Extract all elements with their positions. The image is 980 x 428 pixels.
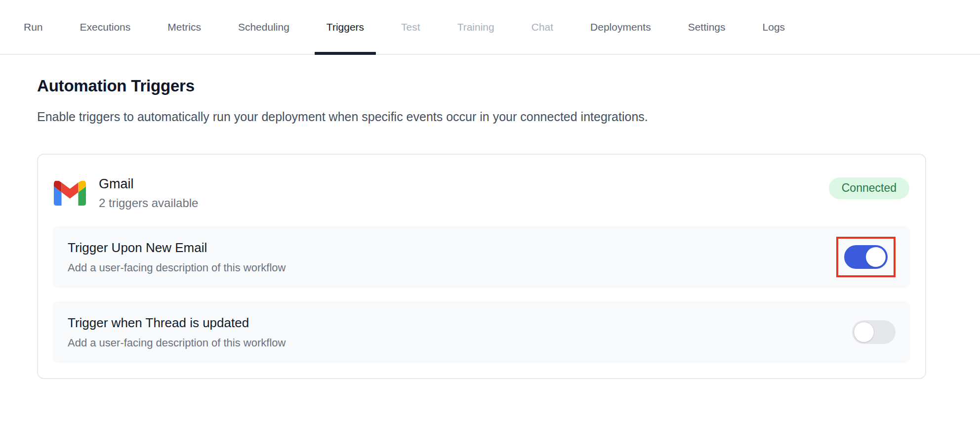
integration-name: Gmail — [99, 176, 198, 192]
tab-test[interactable]: Test — [401, 0, 420, 54]
trigger-text: Trigger Upon New Email Add a user-facing… — [68, 240, 286, 274]
tab-scheduling[interactable]: Scheduling — [238, 0, 289, 54]
trigger-toggle-new-email[interactable] — [844, 245, 888, 269]
trigger-description: Add a user-facing description of this wo… — [68, 337, 286, 349]
tab-triggers[interactable]: Triggers — [327, 0, 364, 54]
trigger-row-thread-updated: Trigger when Thread is updated Add a use… — [53, 301, 910, 363]
toggle-knob — [854, 322, 874, 342]
main-content: Automation Triggers Enable triggers to a… — [0, 77, 980, 379]
annotation-highlight — [836, 237, 896, 277]
tab-metrics[interactable]: Metrics — [167, 0, 201, 54]
integration-subtitle: 2 triggers available — [99, 196, 198, 210]
trigger-row-new-email: Trigger Upon New Email Add a user-facing… — [53, 226, 910, 288]
toggle-knob — [866, 247, 886, 267]
trigger-title: Trigger Upon New Email — [68, 240, 286, 256]
integration-header: Gmail 2 triggers available — [54, 176, 198, 210]
gmail-icon — [54, 181, 86, 206]
triggers-page: RunExecutionsMetricsSchedulingTriggersTe… — [0, 0, 980, 428]
page-description: Enable triggers to automatically run you… — [37, 108, 943, 125]
trigger-text: Trigger when Thread is updated Add a use… — [68, 315, 286, 349]
trigger-toggle-thread-updated[interactable] — [852, 320, 896, 344]
tab-training[interactable]: Training — [457, 0, 494, 54]
tab-settings[interactable]: Settings — [688, 0, 726, 54]
page-title: Automation Triggers — [37, 77, 943, 95]
integration-card-header: Gmail 2 triggers available Connected — [53, 170, 910, 213]
tab-executions[interactable]: Executions — [80, 0, 131, 54]
tab-deployments[interactable]: Deployments — [590, 0, 651, 54]
integration-text: Gmail 2 triggers available — [99, 176, 198, 210]
tab-run[interactable]: Run — [24, 0, 43, 54]
tab-bar: RunExecutionsMetricsSchedulingTriggersTe… — [0, 0, 980, 55]
status-badge: Connected — [829, 177, 909, 199]
tab-chat[interactable]: Chat — [531, 0, 553, 54]
trigger-title: Trigger when Thread is updated — [68, 315, 286, 331]
integration-card: Gmail 2 triggers available Connected Tri… — [37, 154, 926, 379]
trigger-description: Add a user-facing description of this wo… — [68, 261, 286, 274]
tab-logs[interactable]: Logs — [763, 0, 785, 54]
